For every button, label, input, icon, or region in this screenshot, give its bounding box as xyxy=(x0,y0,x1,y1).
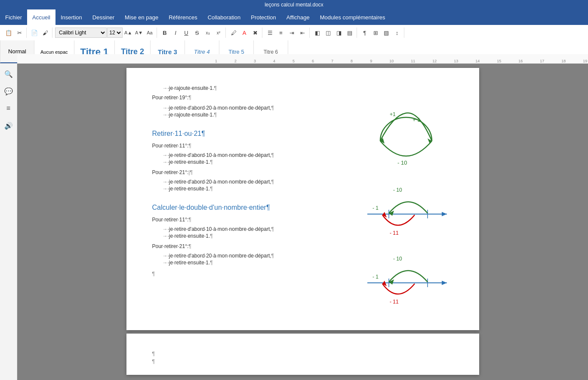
bullet-list-button[interactable]: ☰ xyxy=(265,28,275,38)
clear-format-button[interactable]: ✖ xyxy=(250,28,260,38)
horizontal-ruler: 1 2 3 4 5 6 7 8 9 10 11 12 13 14 15 16 1… xyxy=(17,54,588,64)
line-1: →·je·rajoute·ensuite·1.¶ xyxy=(163,85,354,91)
menu-accueil[interactable]: Accueil xyxy=(27,9,55,25)
pilcrow-button[interactable]: ¶ xyxy=(360,28,370,38)
numbered-list-button[interactable]: ≡ xyxy=(276,28,286,38)
line-spacing-button[interactable]: ↕ xyxy=(392,28,402,38)
svg-text:- 1: - 1 xyxy=(373,274,379,280)
subscript-button[interactable]: x₂ xyxy=(203,28,213,38)
sec2-line-6: →·je·retire·ensuite·1.¶ xyxy=(163,260,354,266)
svg-text:- 10: - 10 xyxy=(393,256,402,262)
paste-button[interactable]: 📋 xyxy=(3,28,14,38)
svg-marker-14 xyxy=(389,211,394,216)
menu-fichier[interactable]: Fichier xyxy=(0,9,27,25)
sec1-line-1: Pour·retirer·11°:¶ xyxy=(152,143,354,149)
undo-group: 📄 🖌 xyxy=(28,28,52,38)
svg-text:+1: +1 xyxy=(390,111,396,117)
sec2-line-3: →·je·retire·ensuite·1.¶ xyxy=(163,233,354,239)
comment-icon[interactable]: 💬 xyxy=(2,84,15,98)
menu-affichage[interactable]: Affichage xyxy=(281,9,315,25)
font-color-button[interactable]: A xyxy=(239,28,249,38)
speaker-icon[interactable]: 🔊 xyxy=(2,119,15,132)
menu-bar: Fichier Accueil Insertion Dessiner Mise … xyxy=(0,9,588,25)
shading-button[interactable]: ▨ xyxy=(381,28,391,38)
font-selector[interactable]: Calibri Light xyxy=(55,28,107,38)
sec2-line-5: →·je·retire·d'abord·20·à·mon·nombre·de·d… xyxy=(163,253,354,259)
sec2-pilcrow: ¶ xyxy=(152,271,354,277)
indent-less-button[interactable]: ⇤ xyxy=(297,28,308,38)
style-group: B I U S x₂ x² xyxy=(158,28,226,38)
svg-rect-1 xyxy=(376,102,436,141)
svg-marker-15 xyxy=(382,212,387,218)
document-page-1: →·je·rajoute·ensuite·1.¶ Pour·retirer·19… xyxy=(126,68,479,330)
nav-icon[interactable]: ≡ xyxy=(2,101,15,115)
align-group: ◧ ◫ ◨ ▤ xyxy=(311,28,357,38)
page2-line-1: ¶ xyxy=(152,351,453,357)
border-button[interactable]: ⊞ xyxy=(370,28,381,38)
menu-miseenpage[interactable]: Mise en page xyxy=(120,9,163,25)
svg-marker-24 xyxy=(382,281,387,286)
search-icon[interactable]: 🔍 xyxy=(2,67,15,81)
line-4: →·je·rajoute·ensuite·1.¶ xyxy=(163,112,354,118)
strikethrough-button[interactable]: S xyxy=(192,28,202,38)
drawing-bottom: - 10 - 1 - 11 xyxy=(363,253,453,313)
heading-double: Calculer·le·double·d'un·nombre·entier¶ xyxy=(152,204,354,211)
menu-references[interactable]: Références xyxy=(163,9,202,25)
align-right-button[interactable]: ◨ xyxy=(334,28,344,38)
line-2: Pour·retirer·19°:¶ xyxy=(152,95,354,101)
align-left-button[interactable]: ◧ xyxy=(312,28,323,38)
svg-marker-23 xyxy=(389,279,394,285)
svg-point-0 xyxy=(380,117,432,165)
document-page-2: ¶ ¶ xyxy=(126,334,479,375)
sec2-line-4: Pour·retirer·21°:¶ xyxy=(152,243,354,249)
bold-button[interactable]: B xyxy=(160,28,170,38)
menu-collaboration[interactable]: Collaboration xyxy=(203,9,246,25)
justify-button[interactable]: ▤ xyxy=(345,28,355,38)
line-3: →·je·retire·d'abord·20·à·mon·nombre·de·d… xyxy=(163,105,354,111)
sec1-line-4: Pour·retirer·21°:|¶ xyxy=(152,169,354,175)
svg-text:- 1: - 1 xyxy=(373,205,379,211)
menu-insertion[interactable]: Insertion xyxy=(55,9,87,25)
menu-dessiner[interactable]: Dessiner xyxy=(87,9,120,25)
drawing-top: + 1 - 10 +1 xyxy=(363,102,453,175)
align-center-button[interactable]: ◫ xyxy=(323,28,333,38)
font-size-selector[interactable]: 12 xyxy=(107,28,123,38)
drawings-column: + 1 - 10 +1 - 10 - 1 xyxy=(363,85,453,313)
title-bar: leçons calcul mental.docx xyxy=(0,0,588,9)
decrease-font-button[interactable]: A▼ xyxy=(134,28,144,38)
document-area[interactable]: →·je·rajoute·ensuite·1.¶ Pour·retirer·19… xyxy=(17,64,588,380)
svg-marker-11 xyxy=(442,212,447,216)
sec1-line-2: →·je·retire·d'abord·10·à·mon·nombre·de·d… xyxy=(163,152,354,158)
superscript-button[interactable]: x² xyxy=(213,28,224,38)
document-title: leçons calcul mental.docx xyxy=(265,2,323,8)
svg-text:- 11: - 11 xyxy=(390,299,399,305)
doc-content-1: →·je·rajoute·ensuite·1.¶ Pour·retirer·19… xyxy=(152,85,354,313)
indent-more-button[interactable]: ⇥ xyxy=(286,28,297,38)
clipboard-group: 📋 ✂ xyxy=(2,28,27,38)
sec2-line-1: Pour·retirer·11°:¶ xyxy=(152,217,354,223)
format-toolbar: 📋 ✂ 📄 🖌 Calibri Light 12 A▲ A▼ Aa B I U … xyxy=(0,25,588,40)
copy-button[interactable]: 📄 xyxy=(29,28,40,38)
underline-button[interactable]: U xyxy=(181,28,191,38)
highlight-button[interactable]: 🖊 xyxy=(228,28,239,38)
highlight-group: 🖊 A ✖ xyxy=(227,28,262,38)
increase-font-button[interactable]: A▲ xyxy=(123,28,133,38)
heading-retirer-11-21: Retirer·11·ou·21¶ xyxy=(152,130,354,138)
sec1-line-6: →·je·retire·ensuite·1.¶ xyxy=(163,186,354,192)
menu-modules[interactable]: Modules complémentaires xyxy=(315,9,391,25)
page2-line-2: ¶ xyxy=(152,359,453,365)
sec1-line-5: →·je·retire·d'abord·20·à·mon·nombre·de·d… xyxy=(163,179,354,185)
font-group: Calibri Light 12 A▲ A▼ Aa xyxy=(53,28,157,38)
svg-text:- 10: - 10 xyxy=(397,159,407,166)
sec2-line-2: →·je·retire·d'abord·10·à·mon·nombre·de·d… xyxy=(163,226,354,232)
menu-protection[interactable]: Protection xyxy=(246,9,281,25)
svg-text:- 10: - 10 xyxy=(393,187,402,193)
drawing-middle: - 10 - 1 - 11 xyxy=(363,184,453,244)
cut-button[interactable]: ✂ xyxy=(14,28,25,38)
italic-button[interactable]: I xyxy=(170,28,181,38)
svg-text:- 11: - 11 xyxy=(390,230,399,236)
format-painter[interactable]: 🖌 xyxy=(40,28,50,38)
left-sidebar: 🔍 💬 ≡ 🔊 xyxy=(0,64,17,380)
case-button[interactable]: Aa xyxy=(145,28,155,38)
svg-marker-20 xyxy=(442,281,447,285)
